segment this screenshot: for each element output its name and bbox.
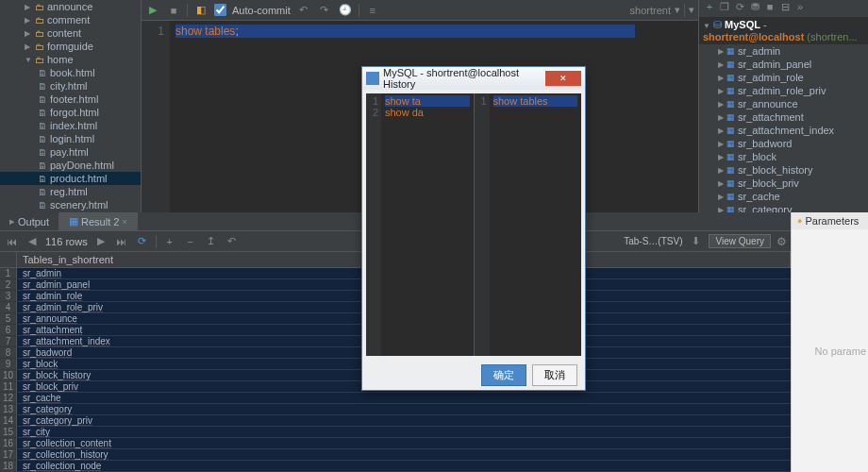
dialog-close-button[interactable]: ✕: [545, 71, 581, 86]
schema-dropdown-icon[interactable]: ▾: [689, 4, 694, 16]
view-query-button[interactable]: View Query: [709, 234, 771, 248]
table-row[interactable]: 13sr_category: [0, 404, 791, 415]
db-table-item[interactable]: ▶▦ sr_block: [699, 150, 868, 163]
db-table-item[interactable]: ▶▦ sr_block_priv: [699, 177, 868, 190]
file-item[interactable]: 🗎 city.html: [0, 79, 141, 93]
file-item[interactable]: 🗎 reg.html: [0, 185, 141, 198]
history-list[interactable]: 12 show tashow da: [366, 93, 475, 356]
datasource-dropdown-icon[interactable]: ▾: [675, 4, 680, 16]
db-table-item[interactable]: ▶▦ sr_announce: [699, 97, 868, 110]
gear-icon[interactable]: ⚙: [776, 235, 787, 248]
folder-formguide[interactable]: ▶🗀 formguide: [0, 40, 141, 53]
folder-home[interactable]: ▼🗀 home: [0, 53, 141, 66]
parameters-empty: No parame: [792, 229, 868, 472]
table-row[interactable]: 16sr_collection_content: [0, 438, 791, 449]
history-dialog: MySQL - shortrent@localhost History ✕ 12…: [361, 66, 586, 391]
table-row[interactable]: 18sr_collection_node: [0, 461, 791, 472]
folder-comment[interactable]: ▶🗀 comment: [0, 13, 141, 26]
datasource-label[interactable]: shortrent: [630, 5, 671, 16]
explain-button[interactable]: ◧: [193, 3, 209, 18]
row-count: 116 rows: [45, 236, 88, 247]
project-tree[interactable]: ▶🗀 announce▶🗀 comment▶🗀 content▶🗀 formgu…: [0, 0, 142, 212]
dialog-cancel-button[interactable]: 取消: [532, 364, 577, 386]
settings-button[interactable]: ≡: [365, 3, 380, 18]
last-page-button[interactable]: ⏭: [114, 234, 129, 249]
add-row-button[interactable]: +: [162, 234, 177, 249]
reload-button[interactable]: ⟳: [135, 234, 150, 249]
file-item[interactable]: 🗎 forgot.html: [0, 106, 141, 119]
history-preview[interactable]: 1 show tables: [475, 93, 582, 356]
db-table-item[interactable]: ▶▦ sr_badword: [699, 137, 868, 150]
folder-announce[interactable]: ▶🗀 announce: [0, 0, 141, 13]
file-item[interactable]: 🗎 footer.html: [0, 93, 141, 106]
db-collapse-icon[interactable]: ⊟: [778, 1, 792, 16]
editor-gutter: 1: [142, 21, 170, 212]
db-table-item[interactable]: ▶▦ sr_attachment: [699, 110, 868, 124]
run-button[interactable]: ▶: [145, 3, 160, 18]
table-row[interactable]: 15sr_city: [0, 427, 791, 438]
sql-toolbar: ▶ ■ ◧ Auto-commit ↶ ↷ 🕘 ≡ shortrent ▾ ▾: [142, 0, 698, 21]
tree-files: 🗎 book.html🗎 city.html🗎 footer.html🗎 for…: [0, 66, 141, 212]
close-icon[interactable]: ×: [122, 217, 126, 227]
db-table-item[interactable]: ▶▦ sr_admin_role: [699, 71, 868, 84]
db-table-item[interactable]: ▶▦ sr_admin: [699, 44, 868, 58]
file-item[interactable]: 🗎 login.html: [0, 132, 141, 145]
tab-output[interactable]: ▸Output: [0, 212, 59, 230]
export-format[interactable]: Tab-S…(TSV): [624, 236, 682, 246]
table-row[interactable]: 14sr_category_priv: [0, 415, 791, 427]
db-table-item[interactable]: ▶▦ sr_attachment_index: [699, 124, 868, 137]
autocommit-label: Auto-commit: [232, 5, 291, 16]
parameters-panel: ●Parameters No parame: [791, 212, 868, 472]
history-items: show tashow da: [381, 93, 474, 356]
rollback-button[interactable]: ↶: [225, 234, 240, 249]
first-page-button[interactable]: ⏮: [4, 234, 19, 249]
file-item[interactable]: 🗎 pay.html: [0, 145, 141, 159]
db-add-icon[interactable]: +: [703, 1, 716, 16]
file-item[interactable]: 🗎 index.html: [0, 119, 141, 132]
file-item[interactable]: 🗎 scenery.html: [0, 198, 141, 211]
dialog-titlebar[interactable]: MySQL - shortrent@localhost History ✕: [362, 67, 585, 90]
next-page-button[interactable]: ▶: [93, 234, 108, 249]
db-table-item[interactable]: ▶▦ sr_admin_role_priv: [699, 84, 868, 97]
dialog-title: MySQL - shortrent@localhost History: [383, 67, 542, 90]
file-item[interactable]: 🗎 book.html: [0, 66, 141, 79]
db-stop-icon[interactable]: ■: [763, 1, 776, 16]
undo-button[interactable]: ↶: [296, 3, 311, 18]
commit-button[interactable]: ↥: [204, 234, 219, 249]
db-connection-header[interactable]: ▼ ⛁ MySQL - shortrent@localhost (shortre…: [699, 17, 868, 44]
db-table-item[interactable]: ▶▦ sr_admin_panel: [699, 58, 868, 71]
db-table-item[interactable]: ▶▦ sr_cache: [699, 190, 868, 203]
database-panel: + ❐ ⟳ ⛃ ■ ⊟ » ▼ ⛁ MySQL - shortrent@loca…: [698, 0, 868, 212]
export-button[interactable]: ⬇: [688, 234, 703, 249]
tree-folders: ▶🗀 announce▶🗀 comment▶🗀 content▶🗀 formgu…: [0, 0, 141, 66]
db-more-icon[interactable]: »: [793, 1, 807, 16]
db-copy-icon[interactable]: ❐: [718, 1, 731, 16]
file-item[interactable]: 🗎 payDone.html: [0, 159, 141, 172]
prev-page-button[interactable]: ◀: [25, 234, 40, 249]
dialog-app-icon: [366, 72, 379, 85]
folder-content[interactable]: ▶🗀 content: [0, 26, 141, 40]
parameters-title: Parameters: [805, 215, 859, 227]
stop-button[interactable]: ■: [166, 3, 181, 18]
history-gutter: 12: [366, 93, 381, 356]
table-row[interactable]: 17sr_collection_history: [0, 449, 791, 461]
dialog-ok-button[interactable]: 确定: [481, 364, 526, 386]
tab-result[interactable]: ▦Result 2×: [59, 212, 138, 230]
db-table-item[interactable]: ▶▦ sr_block_history: [699, 163, 868, 177]
autocommit-checkbox[interactable]: [214, 4, 226, 16]
db-filter-icon[interactable]: ⛃: [748, 1, 761, 16]
history-button[interactable]: 🕘: [338, 3, 353, 18]
delete-row-button[interactable]: −: [183, 234, 198, 249]
db-sync-icon[interactable]: ⟳: [733, 1, 746, 16]
table-row[interactable]: 12sr_cache: [0, 393, 791, 404]
file-item[interactable]: 🗎 product.html: [0, 172, 141, 185]
redo-button[interactable]: ↷: [317, 3, 332, 18]
